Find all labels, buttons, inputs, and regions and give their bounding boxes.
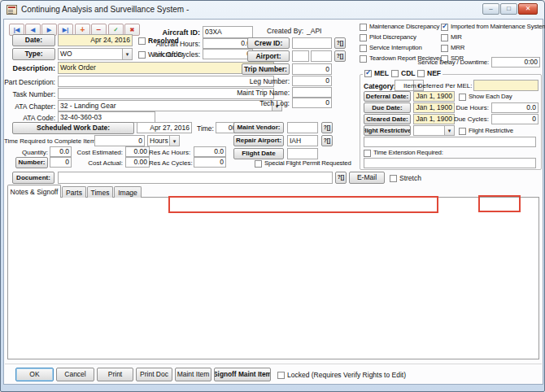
time-required-unit-dropdown[interactable]: Hours (147, 135, 180, 146)
deferral-date-button[interactable]: Deferral Date: (364, 91, 411, 102)
crew-id-button[interactable]: Crew ID: (247, 37, 290, 49)
repair-airport-field[interactable]: IAH (287, 135, 318, 146)
aircraft-id-field[interactable]: 03XA (203, 26, 253, 38)
part-description-label: Part Description: (1, 78, 55, 86)
maint-item-button[interactable]: Maint Item (175, 368, 211, 381)
maximize-button[interactable]: □ (500, 3, 517, 15)
app-icon (7, 5, 17, 15)
crew-id-field[interactable] (292, 37, 332, 49)
date-field[interactable]: Apr 24, 2016 (58, 34, 133, 46)
tab-notes-signoff[interactable]: Notes & Signoff (7, 185, 61, 198)
mrr-checkbox[interactable]: MRR (441, 44, 464, 52)
mir-checkbox[interactable]: MIR (441, 33, 462, 41)
number-button[interactable]: Number: (15, 157, 48, 168)
maint-vendor-button[interactable]: Maint Vendor: (233, 122, 284, 133)
close-button[interactable]: ✕ (518, 3, 538, 15)
window-frame: Continuing Analysis and Surveillance Sys… (0, 0, 545, 392)
res-ac-cycles-label: Res Ac Cycles: (149, 159, 190, 168)
show-each-day-checkbox[interactable]: Show Each Day (459, 93, 512, 101)
quantity-label: Quantity: (15, 149, 48, 157)
scheduled-time-label: Time: (197, 124, 214, 133)
due-date-button[interactable]: Due Date: (364, 102, 411, 113)
time-extension-note-field[interactable] (364, 158, 536, 168)
airport-field-1[interactable] (292, 50, 309, 62)
document-field[interactable] (58, 172, 333, 184)
flight-restrictive-dropdown[interactable] (413, 125, 455, 136)
trip-number-button[interactable]: Trip Number: (242, 63, 290, 75)
res-ac-cycles-field[interactable]: 0 (194, 157, 226, 168)
scheduled-work-date-field[interactable]: Apr 27, 2016 (137, 122, 192, 133)
email-button[interactable]: E-Mail (349, 172, 385, 184)
service-interruption-checkbox[interactable]: Service Interruption (360, 44, 422, 52)
minimize-button[interactable]: – (482, 3, 499, 15)
type-button[interactable]: Type: (12, 48, 55, 60)
aircraft-hours-field[interactable]: 0.0 (203, 38, 253, 49)
deferral-note-field[interactable] (364, 137, 536, 147)
repair-airport-lookup-button[interactable]: ?[] (321, 135, 333, 146)
aircraft-cycles-field[interactable]: 0 (203, 49, 253, 59)
flight-date-field[interactable] (287, 148, 318, 159)
deferral-date-field[interactable]: Jan 1, 1900 (413, 91, 455, 102)
ata-code-field[interactable]: 32-40-360-03 (58, 111, 155, 123)
special-flight-permit-checkbox[interactable]: Special Flight Permit Requested (255, 159, 351, 168)
print-button[interactable]: Print (97, 368, 133, 381)
trip-number-field[interactable]: 0 (292, 63, 332, 75)
created-by-value: _API (307, 27, 321, 35)
flight-date-button[interactable]: Flight Date (233, 148, 284, 159)
maint-vendor-field[interactable] (287, 122, 318, 133)
time-required-field[interactable]: 0 (94, 135, 145, 146)
number-field[interactable]: 0 (50, 157, 72, 168)
maintenance-discrepancy-checkbox[interactable]: Maintenance Discrepancy (360, 23, 439, 31)
due-hours-field[interactable]: 0.0 (491, 102, 538, 113)
ok-button[interactable]: OK (15, 368, 54, 381)
window-title: Continuing Analysis and Surveillance Sys… (21, 5, 189, 14)
res-ac-hours-label: Res Ac Hours: (149, 149, 190, 157)
maint-trip-name-field[interactable] (292, 87, 332, 98)
tech-log-field[interactable]: 0 (292, 98, 332, 108)
mel-checkbox[interactable]: MEL (363, 69, 390, 77)
leg-number-field[interactable]: 0 (292, 76, 332, 86)
pilot-discrepancy-checkbox[interactable]: Pilot Discrepancy (360, 33, 416, 41)
due-cycles-field[interactable]: 0 (491, 114, 538, 124)
tab-times[interactable]: Times (87, 186, 113, 198)
date-button[interactable]: Date: (12, 34, 55, 46)
scheduled-work-date-button[interactable]: Scheduled Work Date: (12, 122, 134, 134)
document-lookup-button[interactable]: ?[] (335, 172, 347, 184)
quantity-field[interactable]: 0.0 (50, 146, 72, 157)
due-cycles-label: Due Cycles: (440, 115, 489, 124)
flight-restrictive-button[interactable]: Flight Restrictive: (364, 125, 411, 136)
item-deferred-field[interactable] (473, 80, 538, 91)
footer-separator (5, 364, 542, 364)
tab-parts[interactable]: Parts (62, 186, 86, 198)
print-doc-button[interactable]: Print Doc (136, 368, 172, 381)
res-ac-hours-field[interactable]: 0.0 (194, 146, 226, 157)
service-delay-field[interactable]: 0:00 (491, 57, 540, 68)
nef-checkbox[interactable]: NEF (416, 69, 443, 77)
cost-actual-field[interactable]: 0.00 (125, 157, 150, 168)
maint-trip-name-label: Maint Trip Name: (231, 89, 290, 97)
category-label: Category: (364, 82, 396, 90)
titlebar[interactable]: Continuing Analysis and Surveillance Sys… (1, 1, 544, 19)
cost-estimated-label: Cost Estimated: (74, 149, 123, 157)
time-extension-checkbox[interactable]: Time Extension Required: (364, 149, 443, 157)
tab-image[interactable]: Image (114, 186, 142, 198)
document-button[interactable]: Document: (12, 172, 54, 184)
imported-from-maintenance-checkbox[interactable]: Imported from Maintenance System (441, 23, 545, 31)
flight-restrictive-checkbox[interactable]: Flight Restrictive (459, 127, 513, 135)
repair-airport-button[interactable]: Repair Airport: (233, 135, 284, 146)
airport-button[interactable]: Airport: (247, 50, 290, 62)
maint-vendor-lookup-button[interactable]: ?[] (321, 122, 333, 133)
type-dropdown[interactable]: WO (58, 48, 133, 60)
crew-id-lookup-button[interactable]: ?[] (334, 37, 346, 49)
footer-locked-checkbox[interactable]: Locked (Requires Verify Rights to Edit) (277, 371, 406, 379)
cost-estimated-field[interactable]: 0.00 (125, 146, 150, 157)
airport-lookup-button[interactable]: ?[] (334, 50, 346, 62)
airport-field-2[interactable] (311, 50, 332, 62)
cleared-date-button[interactable]: Cleared Date: (364, 114, 411, 124)
signoff-maint-item-button[interactable]: Signoff Maint Item (214, 368, 271, 381)
stretch-checkbox[interactable]: Stretch (390, 174, 421, 182)
due-hours-label: Due Hours: (440, 104, 489, 112)
cancel-button[interactable]: Cancel (56, 368, 94, 381)
aircraft-cycles-label: Aircraft Cycles: (127, 50, 200, 59)
cdl-checkbox[interactable]: CDL (390, 69, 416, 77)
